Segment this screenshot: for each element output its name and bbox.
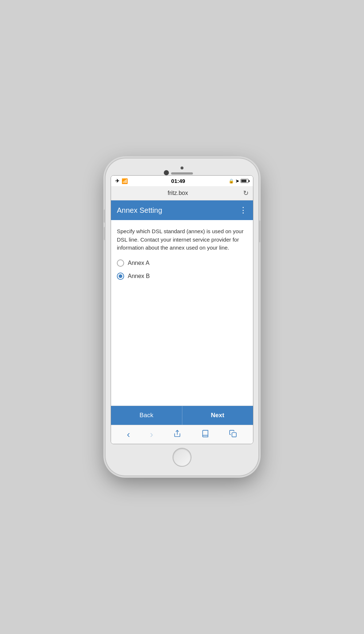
home-button[interactable] [173, 448, 191, 467]
front-camera [164, 170, 169, 175]
main-content: Specify which DSL standard (annex) is us… [111, 220, 253, 406]
svg-rect-1 [232, 433, 237, 437]
phone-top [111, 165, 253, 175]
radio-annex-a-label: Annex A [128, 260, 150, 266]
browser-bookmarks-icon[interactable] [201, 430, 209, 440]
camera-dot [181, 167, 183, 169]
location-icon: ➤ [236, 179, 239, 184]
airplane-icon [115, 178, 119, 184]
radio-annex-a-circle[interactable] [117, 259, 124, 267]
status-left: 📶 [115, 178, 128, 184]
battery-icon [241, 179, 249, 183]
wifi-icon: 📶 [122, 178, 128, 184]
status-time: 01:49 [171, 178, 185, 184]
volume-up-button [104, 210, 105, 223]
screen: 📶 01:49 🔒 ➤ fritz.box ↻ Annex Setting ⋮ … [111, 175, 253, 444]
browser-toolbar: ‹ › [111, 425, 253, 444]
browser-tabs-icon[interactable] [229, 430, 237, 440]
next-button[interactable]: Next [182, 406, 253, 425]
radio-annex-b-label: Annex B [128, 273, 150, 279]
app-header: Annex Setting ⋮ [111, 200, 253, 220]
volume-down-button [104, 227, 105, 240]
status-right: 🔒 ➤ [229, 179, 249, 184]
phone-frame: 📶 01:49 🔒 ➤ fritz.box ↻ Annex Setting ⋮ … [106, 158, 258, 476]
description-text: Specify which DSL standard (annex) is us… [117, 227, 247, 252]
home-button-area [173, 448, 191, 467]
browser-back-icon[interactable]: ‹ [127, 429, 130, 440]
reload-icon[interactable]: ↻ [243, 189, 249, 197]
back-button[interactable]: Back [111, 406, 182, 425]
app-header-title: Annex Setting [117, 206, 162, 215]
radio-group: Annex A Annex B [117, 259, 247, 280]
url-text[interactable]: fritz.box [115, 190, 240, 196]
speaker [171, 172, 193, 175]
more-menu-icon[interactable]: ⋮ [239, 206, 247, 215]
browser-forward-icon[interactable]: › [150, 429, 153, 440]
button-bar: Back Next [111, 406, 253, 425]
radio-annex-b-circle[interactable] [117, 273, 124, 280]
radio-item-annex-b[interactable]: Annex B [117, 273, 247, 280]
browser-share-icon[interactable] [173, 430, 181, 439]
url-bar[interactable]: fritz.box ↻ [111, 186, 253, 200]
status-bar: 📶 01:49 🔒 ➤ [111, 176, 253, 186]
lock-icon: 🔒 [229, 179, 234, 184]
radio-item-annex-a[interactable]: Annex A [117, 259, 247, 267]
power-button [259, 220, 260, 242]
